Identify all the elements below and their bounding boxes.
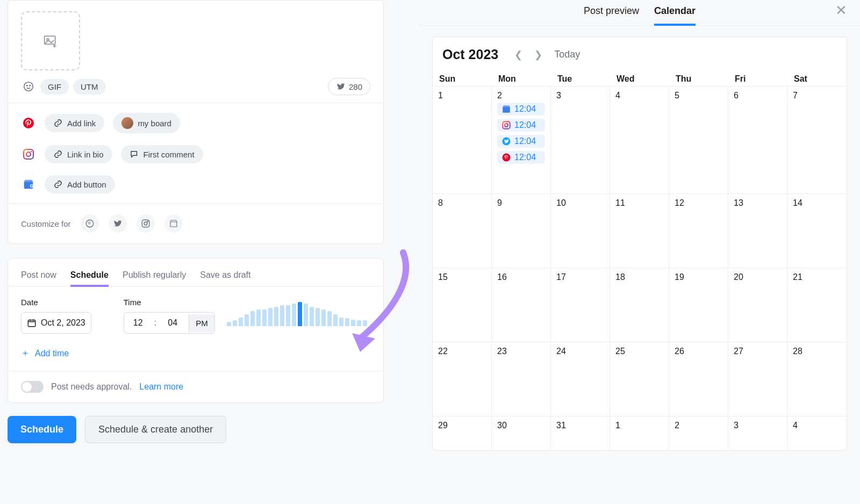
calendar-day-cell[interactable]: 25 — [610, 342, 669, 416]
calendar-day-cell[interactable]: 28 — [787, 342, 847, 416]
calendar-day-cell[interactable]: 8 — [433, 193, 492, 268]
time-min[interactable]: 04 — [161, 318, 184, 328]
calendar-day-cell[interactable]: 22 — [433, 342, 492, 416]
link-icon — [53, 118, 63, 128]
gbp-icon — [501, 104, 511, 114]
calendar-day-number: 11 — [615, 198, 663, 208]
calendar-day-cell[interactable]: 12 — [669, 193, 728, 268]
calendar-event[interactable]: 12:04 — [497, 119, 545, 132]
calendar-day-cell[interactable]: 31 — [551, 416, 610, 450]
calendar-day-cell[interactable]: 212:0412:0412:0412:04 — [492, 86, 551, 193]
image-add-icon — [42, 33, 59, 49]
add-link-chip[interactable]: Add link — [45, 114, 104, 132]
calendar-day-number: 1 — [438, 91, 486, 100]
svg-point-21 — [503, 154, 511, 162]
calendar-day-cell[interactable]: 4 — [610, 86, 669, 193]
calendar-day-cell[interactable]: 3 — [728, 416, 787, 450]
calendar-dow: Wed — [610, 72, 669, 86]
calendar-day-number: 21 — [793, 272, 841, 282]
next-month-button[interactable]: ❯ — [534, 49, 542, 61]
calendar-event[interactable]: 12:04 — [497, 103, 545, 116]
calendar-day-cell[interactable]: 23 — [492, 342, 551, 416]
gif-chip[interactable]: GIF — [40, 79, 69, 95]
time-hour[interactable]: 12 — [126, 318, 150, 328]
tab-publish-regularly[interactable]: Publish regularly — [123, 266, 186, 286]
link-in-bio-label: Link in bio — [67, 150, 104, 159]
calendar-day-cell[interactable]: 7 — [787, 86, 847, 193]
calendar-event[interactable]: 12:04 — [497, 135, 545, 148]
calendar-day-cell[interactable]: 27 — [728, 342, 787, 416]
close-icon[interactable]: ✕ — [835, 2, 847, 19]
calendar-day-cell[interactable]: 6 — [728, 86, 787, 193]
time-input[interactable]: 12 : 04 PM — [124, 312, 215, 334]
approval-toggle[interactable] — [21, 381, 44, 393]
customize-gbp[interactable] — [164, 214, 183, 233]
link-in-bio-chip[interactable]: Link in bio — [45, 145, 112, 163]
calendar-day-cell[interactable]: 19 — [669, 268, 728, 342]
date-input[interactable]: Oct 2, 2023 — [21, 312, 91, 334]
add-time-link[interactable]: ＋ Add time — [21, 348, 370, 359]
schedule-button[interactable]: Schedule — [8, 416, 76, 443]
calendar-day-cell[interactable]: 16 — [492, 268, 551, 342]
time-label: Time — [124, 298, 215, 307]
calendar-day-number: 13 — [734, 198, 782, 208]
calendar-day-cell[interactable]: 11 — [610, 193, 669, 268]
calendar-day-cell[interactable]: 17 — [551, 268, 610, 342]
calendar-day-cell[interactable]: 15 — [433, 268, 492, 342]
calendar-day-number: 26 — [675, 347, 722, 356]
calendar-day-cell[interactable]: 4 — [787, 416, 847, 450]
customize-twitter[interactable] — [109, 214, 127, 233]
tab-post-now[interactable]: Post now — [21, 266, 56, 286]
utm-chip[interactable]: UTM — [73, 79, 106, 95]
calendar-day-cell[interactable]: 3 — [551, 86, 610, 193]
calendar-day-cell[interactable]: 9 — [492, 193, 551, 268]
customize-instagram[interactable] — [137, 214, 155, 233]
instagram-icon — [21, 147, 36, 162]
calendar-day-number: 6 — [734, 91, 782, 100]
histogram-bar — [363, 320, 367, 326]
histogram-bar — [233, 320, 237, 326]
link-icon — [53, 179, 63, 189]
calendar-day-cell[interactable]: 1 — [433, 86, 492, 193]
add-media-placeholder[interactable] — [21, 11, 80, 70]
today-button[interactable]: Today — [554, 49, 580, 60]
calendar-day-cell[interactable]: 2 — [669, 416, 728, 450]
twitter-char-count: 280 — [328, 78, 370, 95]
calendar-dow: Tue — [551, 72, 610, 86]
emoji-button[interactable] — [21, 79, 36, 94]
calendar-event[interactable]: 12:04 — [497, 151, 545, 164]
board-chip[interactable]: my board — [113, 113, 180, 133]
calendar-day-cell[interactable]: 29 — [433, 416, 492, 450]
calendar-day-cell[interactable]: 26 — [669, 342, 728, 416]
tab-post-preview[interactable]: Post preview — [584, 3, 639, 25]
calendar-day-cell[interactable]: 18 — [610, 268, 669, 342]
calendar-day-cell[interactable]: 10 — [551, 193, 610, 268]
comment-icon — [130, 149, 139, 159]
calendar-day-cell[interactable]: 5 — [669, 86, 728, 193]
customize-pinterest[interactable] — [81, 214, 99, 233]
event-time: 12:04 — [514, 120, 536, 130]
first-comment-chip[interactable]: First comment — [121, 145, 203, 163]
time-ampm[interactable]: PM — [189, 314, 214, 332]
prev-month-button[interactable]: ❮ — [514, 49, 522, 61]
calendar-day-cell[interactable]: 21 — [787, 268, 847, 342]
calendar-day-cell[interactable]: 13 — [728, 193, 787, 268]
tab-calendar[interactable]: Calendar — [654, 3, 696, 25]
learn-more-link[interactable]: Learn more — [139, 382, 183, 392]
tab-schedule[interactable]: Schedule — [70, 266, 109, 286]
schedule-another-button[interactable]: Schedule & create another — [85, 416, 226, 443]
calendar-day-cell[interactable]: 20 — [728, 268, 787, 342]
calendar-day-cell[interactable]: 14 — [787, 193, 847, 268]
tab-save-as-draft[interactable]: Save as draft — [200, 266, 250, 286]
svg-rect-16 — [28, 320, 35, 327]
right-panel: Post preview Calendar ✕ Oct 2023 ❮ ❯ Tod… — [419, 0, 860, 504]
calendar-day-number: 18 — [615, 272, 663, 282]
gbp-row: G Add button — [21, 175, 370, 193]
calendar-day-cell[interactable]: 24 — [551, 342, 610, 416]
time-field-group: Time 12 : 04 PM — [124, 298, 215, 334]
twitter-count-value: 280 — [349, 82, 362, 91]
add-button-chip[interactable]: Add button — [45, 175, 115, 193]
calendar-day-cell[interactable]: 30 — [492, 416, 551, 450]
svg-point-7 — [26, 152, 31, 156]
calendar-day-cell[interactable]: 1 — [610, 416, 669, 450]
